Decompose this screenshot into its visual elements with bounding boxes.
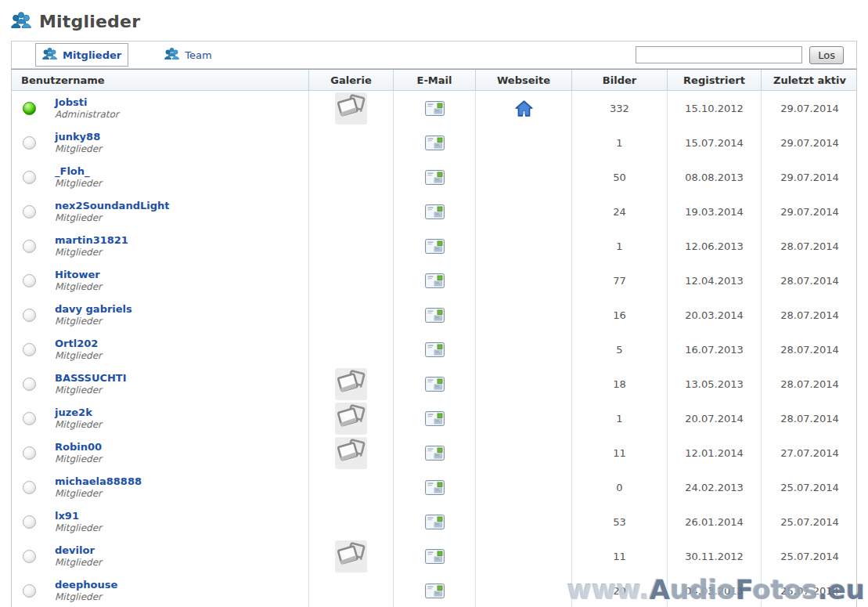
user-role-label: Mitglieder [55, 522, 102, 534]
email-cell [394, 435, 476, 470]
email-icon[interactable] [425, 204, 445, 219]
gallery-cell [309, 91, 394, 125]
website-cell [476, 470, 572, 504]
bilder-count: 50 [572, 160, 668, 194]
username-link[interactable]: Jobsti [55, 96, 119, 108]
website-cell [476, 573, 572, 607]
email-cell [394, 332, 476, 367]
last-active-date: 25.07.2014 [762, 573, 858, 607]
email-cell [394, 401, 476, 435]
members-icon [42, 47, 57, 62]
username-cell: Ortl202 Mitglieder [12, 332, 309, 367]
tab-mitglieder[interactable]: Mitglieder [35, 43, 128, 66]
bilder-count: 332 [572, 91, 668, 125]
email-icon[interactable] [425, 377, 445, 392]
column-header-webseite: Webseite [476, 70, 572, 90]
table-row: martin31821 Mitglieder [12, 229, 856, 263]
bilder-count: 24 [572, 194, 668, 229]
email-icon[interactable] [425, 446, 445, 461]
email-icon[interactable] [425, 549, 445, 564]
members-page: Mitglieder Mitglieder Team Lo [0, 0, 868, 607]
last-active-date: 29.07.2014 [762, 91, 858, 125]
email-cell [394, 539, 476, 573]
registered-date: 12.06.2013 [668, 229, 762, 263]
username-link[interactable]: davy gabriels [55, 303, 132, 315]
username-link[interactable]: Robin00 [55, 441, 102, 453]
gallery-icon[interactable] [335, 403, 367, 435]
search-input[interactable] [636, 46, 802, 63]
online-status-icon [23, 274, 36, 287]
table-row: davy gabriels Mitglieder [12, 298, 856, 332]
gallery-icon[interactable] [335, 92, 367, 125]
username-link[interactable]: BASSSUCHTI [55, 372, 127, 384]
username-link[interactable]: junky88 [55, 131, 102, 143]
username-link[interactable]: devilor [55, 544, 102, 556]
email-icon[interactable] [425, 584, 445, 598]
user-role-label: Mitglieder [55, 316, 132, 327]
column-header-zuletzt-aktiv: Zuletzt aktiv [762, 70, 858, 90]
username-link[interactable]: lx91 [55, 510, 102, 522]
email-icon[interactable] [425, 170, 445, 185]
last-active-date: 28.07.2014 [762, 367, 858, 401]
username-link[interactable]: martin31821 [55, 234, 128, 246]
email-icon[interactable] [425, 135, 445, 150]
gallery-cell [309, 160, 394, 194]
last-active-date: 25.07.2014 [762, 539, 858, 573]
email-icon[interactable] [425, 101, 445, 116]
website-home-icon[interactable] [515, 100, 533, 117]
website-cell [476, 435, 572, 470]
email-icon[interactable] [425, 411, 445, 426]
member-table: Benutzername Galerie E-Mail Webseite Bil… [11, 69, 857, 607]
gallery-icon[interactable] [335, 368, 367, 400]
gallery-cell [309, 504, 394, 539]
user-role-label: Administrator [55, 109, 119, 121]
email-icon[interactable] [425, 273, 445, 288]
email-cell [394, 229, 476, 263]
username-link[interactable]: _Floh_ [55, 165, 102, 177]
gallery-cell [309, 435, 394, 470]
search-go-button[interactable]: Los [809, 46, 844, 64]
gallery-cell [309, 367, 394, 401]
username-cell: Jobsti Administrator [12, 91, 309, 125]
username-cell: Robin00 Mitglieder [12, 435, 309, 470]
username-link[interactable]: nex2SoundandLight [55, 200, 169, 211]
gallery-cell [309, 298, 394, 332]
website-cell [476, 367, 572, 401]
bilder-count: 18 [572, 367, 668, 401]
table-row: michaela88888 Mitglieder [12, 470, 856, 504]
username-link[interactable]: michaela88888 [55, 475, 142, 487]
registered-date: 15.10.2012 [668, 91, 762, 125]
username-link[interactable]: Ortl202 [55, 338, 102, 349]
username-link[interactable]: Hitower [55, 269, 102, 280]
email-cell [394, 194, 476, 229]
email-cell [394, 470, 476, 504]
email-icon[interactable] [425, 480, 445, 495]
registered-date: 26.01.2014 [668, 504, 762, 539]
registered-date: 16.07.2013 [668, 332, 762, 367]
last-active-date: 28.07.2014 [762, 263, 858, 298]
website-cell [476, 125, 572, 160]
gallery-cell [309, 332, 394, 367]
bilder-count: 1 [572, 229, 668, 263]
username-link[interactable]: juze2k [55, 406, 102, 418]
email-icon[interactable] [425, 515, 445, 529]
email-icon[interactable] [425, 239, 445, 254]
last-active-date: 28.07.2014 [762, 332, 858, 367]
members-icon [11, 11, 31, 31]
email-icon[interactable] [425, 308, 445, 323]
email-icon[interactable] [425, 342, 445, 357]
username-link[interactable]: deephouse [55, 579, 117, 591]
website-cell [476, 504, 572, 539]
gallery-icon[interactable] [335, 540, 367, 573]
online-status-icon [23, 240, 36, 253]
tab-team[interactable]: Team [158, 44, 218, 65]
table-row: _Floh_ Mitglieder [12, 160, 856, 194]
username-cell: BASSSUCHTI Mitglieder [12, 367, 309, 401]
online-status-icon [23, 136, 36, 150]
email-cell [394, 504, 476, 539]
online-status-icon [23, 515, 36, 529]
username-cell: devilor Mitglieder [12, 539, 309, 573]
gallery-cell [309, 573, 394, 607]
last-active-date: 29.07.2014 [762, 194, 858, 229]
gallery-icon[interactable] [335, 437, 367, 469]
